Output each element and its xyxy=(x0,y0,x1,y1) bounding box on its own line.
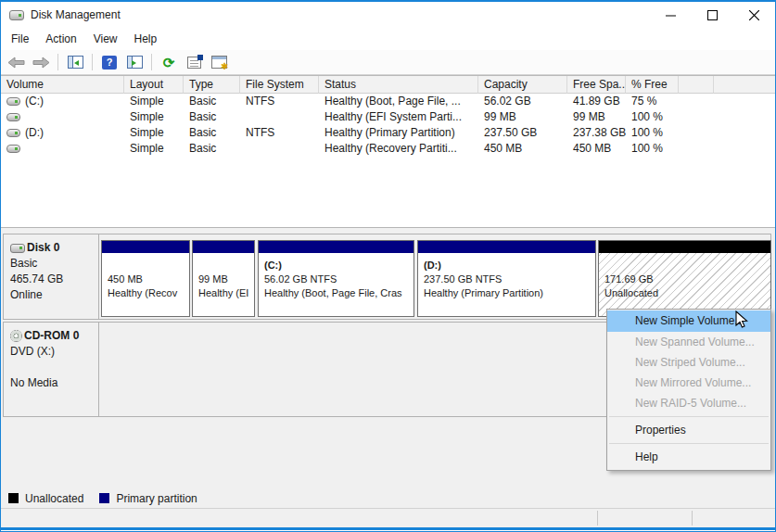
menu-item-properties[interactable]: Properties xyxy=(607,420,770,440)
column-header-file-system[interactable]: File System xyxy=(240,76,319,94)
column-header-volume[interactable]: Volume xyxy=(1,76,124,94)
partition-d[interactable]: (D:) 237.50 GB NTFS Healthy (Primary Par… xyxy=(417,240,596,317)
menu-item-new-spanned-volume: New Spanned Volume... xyxy=(607,332,770,352)
window-controls xyxy=(650,2,775,28)
partition-color-bar xyxy=(193,241,254,253)
table-row[interactable]: (C:) Simple Basic NTFS Healthy (Boot, Pa… xyxy=(1,94,775,109)
volume-status: Healthy (EFI System Parti... xyxy=(319,109,478,125)
disk-icon xyxy=(10,244,25,253)
volume-status: Healthy (Boot, Page File, ... xyxy=(319,94,478,109)
volume-capacity: 99 MB xyxy=(478,109,567,125)
volume-type: Basic xyxy=(184,109,240,125)
partition-label xyxy=(604,259,770,272)
table-row[interactable]: (D:) Simple Basic NTFS Healthy (Primary … xyxy=(1,125,775,141)
cdrom-name: CD-ROM 0 xyxy=(24,328,79,344)
volume-icon xyxy=(6,129,20,137)
back-arrow-icon xyxy=(7,57,25,69)
window-accent-strip xyxy=(1,527,775,530)
partition-label xyxy=(108,259,189,272)
refresh-icon: ⟳ xyxy=(163,56,175,70)
partition-label xyxy=(198,259,254,272)
volume-capacity: 237.50 GB xyxy=(478,125,567,141)
partition-status: Healthy (EI xyxy=(198,286,254,300)
volume-free-space: 41.89 GB xyxy=(567,94,626,109)
menu-help[interactable]: Help xyxy=(126,30,166,48)
partition-color-bar xyxy=(259,241,413,253)
unallocated-region[interactable]: 171.69 GB Unallocated xyxy=(598,240,771,317)
menu-item-help[interactable]: Help xyxy=(607,447,770,467)
volume-icon xyxy=(6,145,20,153)
volume-capacity: 450 MB xyxy=(478,141,567,157)
show-action-pane-button[interactable] xyxy=(123,52,146,72)
disk0-panel[interactable]: Disk 0 Basic 465.74 GB Online xyxy=(4,234,99,319)
partition-color-bar xyxy=(418,241,595,253)
menu-separator xyxy=(609,416,769,417)
table-row[interactable]: Simple Basic Healthy (EFI System Parti..… xyxy=(1,109,775,125)
menu-view[interactable]: View xyxy=(85,30,126,48)
partition-status: Healthy (Primary Partition) xyxy=(424,286,595,300)
menu-file[interactable]: File xyxy=(3,30,37,48)
close-button[interactable] xyxy=(733,2,775,28)
statusbar-divider xyxy=(692,511,693,526)
disk0-status: Online xyxy=(10,287,93,303)
disk0-size: 465.74 GB xyxy=(10,272,93,287)
unallocated-size: 171.69 GB xyxy=(604,272,770,286)
volume-name: (D:) xyxy=(25,125,44,141)
partition-label: (D:) xyxy=(424,259,595,272)
volume-free-space: 237.38 GB xyxy=(567,125,626,141)
column-header-layout[interactable]: Layout xyxy=(124,76,184,94)
menu-action[interactable]: Action xyxy=(37,30,84,48)
column-header-free-space[interactable]: Free Spa... xyxy=(567,76,626,94)
cdrom-panel[interactable]: CD-ROM 0 DVD (X:) No Media xyxy=(4,323,99,416)
volume-status: Healthy (Primary Partition) xyxy=(319,125,478,141)
forward-arrow-icon xyxy=(32,57,50,69)
column-header-capacity[interactable]: Capacity xyxy=(478,76,567,94)
volume-fs xyxy=(240,141,319,157)
partition-size: 450 MB xyxy=(108,272,189,286)
column-header-status[interactable]: Status xyxy=(319,76,478,94)
menu-item-new-mirrored-volume: New Mirrored Volume... xyxy=(607,373,770,393)
volume-type: Basic xyxy=(184,141,240,157)
mouse-cursor xyxy=(734,310,751,329)
disk0-row: Disk 0 Basic 465.74 GB Online 450 MB Hea… xyxy=(3,234,771,320)
disk0-name: Disk 0 xyxy=(27,240,59,256)
partition-c[interactable]: (C:) 56.02 GB NTFS Healthy (Boot, Page F… xyxy=(258,240,414,317)
volume-free-space: 99 MB xyxy=(567,109,626,125)
volume-layout: Simple xyxy=(124,109,184,125)
context-menu: New Simple Volume... New Spanned Volume.… xyxy=(606,309,771,471)
cdrom-kind: DVD (X:) xyxy=(10,344,93,360)
refresh-button[interactable]: ⟳ xyxy=(158,52,180,72)
show-console-tree-button[interactable] xyxy=(64,52,86,72)
partition-efi[interactable]: 99 MB Healthy (EI xyxy=(192,240,255,317)
back-button[interactable] xyxy=(5,52,27,72)
properties-button[interactable] xyxy=(183,52,205,72)
column-header-pct-free[interactable]: % Free xyxy=(626,76,679,94)
app-disk-icon xyxy=(9,10,24,20)
volume-pct-free: 100 % xyxy=(626,141,679,157)
partition-status: Healthy (Recov xyxy=(108,286,189,300)
cd-rom-icon xyxy=(10,330,22,342)
unallocated-color-bar xyxy=(599,241,770,253)
volume-list-header: Volume Layout Type File System Status Ca… xyxy=(1,76,775,94)
new-window-button[interactable] xyxy=(208,52,230,72)
maximize-button[interactable] xyxy=(692,2,733,28)
partition-size: 56.02 GB NTFS xyxy=(264,272,413,286)
volume-fs: NTFS xyxy=(240,125,319,141)
partition-recovery[interactable]: 450 MB Healthy (Recov xyxy=(101,240,190,317)
volume-free-space: 450 MB xyxy=(567,141,626,157)
volume-layout: Simple xyxy=(124,141,184,157)
unallocated-label: Unallocated xyxy=(604,286,770,300)
status-bar xyxy=(1,508,775,527)
table-row[interactable]: Simple Basic Healthy (Recovery Partiti..… xyxy=(1,141,775,157)
forward-button[interactable] xyxy=(30,52,52,72)
toolbar-separator xyxy=(151,54,152,70)
partition-size: 99 MB xyxy=(198,272,254,286)
toolbar-separator xyxy=(57,54,58,70)
disk-management-window: Disk Management File Action View Help xyxy=(0,0,776,532)
minimize-button[interactable] xyxy=(650,2,692,28)
partition-color-bar xyxy=(102,241,189,253)
column-header-type[interactable]: Type xyxy=(184,76,240,94)
help-button[interactable]: ? xyxy=(98,52,121,72)
console-tree-icon xyxy=(68,56,83,69)
legend-primary-label: Primary partition xyxy=(116,492,197,505)
